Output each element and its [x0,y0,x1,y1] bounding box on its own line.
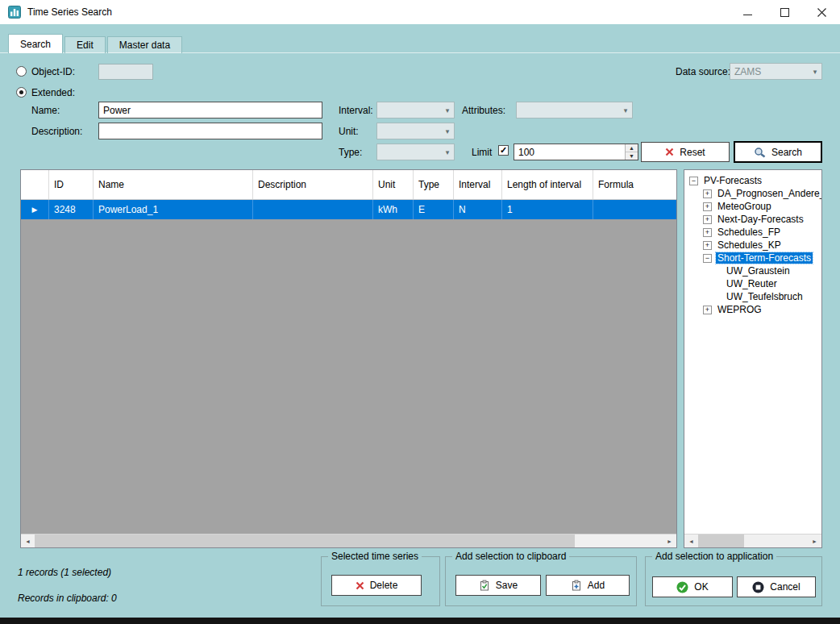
tab-master-data[interactable]: Master data [107,36,182,53]
table-horizontal-scrollbar[interactable]: ◄ ► [21,534,676,547]
expand-icon[interactable]: + [703,241,712,250]
name-input[interactable]: Power [98,102,322,119]
table-header: ID Name Description Unit Type Interval L… [21,170,676,200]
cell-interval: N [454,200,502,219]
expand-icon[interactable]: + [703,202,712,211]
search-button-label: Search [771,147,802,158]
spin-up-icon[interactable]: ▲ [626,144,638,152]
attributes-dropdown: ▾ [516,102,633,119]
delete-button[interactable]: Delete [331,575,422,596]
tree-horizontal-scrollbar[interactable]: ◄ ► [684,534,821,547]
table-row[interactable]: ▶ 3248 PowerLoad_1 kWh E N 1 [21,200,676,219]
cancel-button[interactable]: Cancel [737,576,816,597]
tree-item-uw-teufelsbruch[interactable]: UW_Teufelsbruch [684,290,821,303]
scroll-track[interactable] [35,535,663,547]
column-header-interval[interactable]: Interval [454,170,502,199]
column-header-formula[interactable]: Formula [593,170,676,199]
chevron-down-icon: ▾ [441,106,454,114]
name-label: Name: [31,105,60,116]
column-header-description[interactable]: Description [253,170,373,199]
limit-input[interactable]: 100 ▲ ▼ [514,144,638,160]
tree-item-uw-reuter[interactable]: UW_Reuter [684,277,821,290]
selected-time-series-group: Selected time series Delete [321,556,440,606]
add-button[interactable]: Add [546,575,630,596]
clipboard-check-icon [479,580,490,591]
column-header-name[interactable]: Name [94,170,253,199]
column-header-unit[interactable]: Unit [373,170,414,199]
tree-item-label: Next-Day-Forecasts [716,214,805,225]
red-x-icon [665,148,674,156]
description-label: Description: [31,126,82,137]
collapse-icon[interactable]: − [703,254,712,263]
green-check-circle-icon [676,581,688,593]
limit-value: 100 [514,144,625,160]
chevron-down-icon: ▾ [441,148,454,156]
tab-edit-label: Edit [77,40,94,51]
scroll-left-icon[interactable]: ◄ [684,535,698,547]
tree-item-next-day-forecasts[interactable]: + Next-Day-Forecasts [684,213,821,226]
clipboard-count-text: Records in clipboard: 0 [18,593,117,604]
column-header-length-of-interval[interactable]: Length of interval [502,170,593,199]
extended-label: Extended: [31,87,75,98]
tab-master-data-label: Master data [119,40,170,51]
cell-length-of-interval: 1 [502,200,593,219]
tree-item-uw-graustein[interactable]: UW_Graustein [684,264,821,277]
limit-checkbox[interactable]: ✓ [498,145,509,156]
interval-label: Interval: [339,105,373,116]
time-series-search-window: Time Series Search Search Edit Master da… [0,0,840,624]
extended-radio[interactable] [16,87,27,98]
tree-item-weprog[interactable]: + WEPROG [684,303,821,316]
save-button-label: Save [496,580,518,591]
reset-button[interactable]: Reset [641,142,730,162]
cell-id: 3248 [49,200,94,219]
spin-down-icon[interactable]: ▼ [626,152,638,160]
expand-icon[interactable]: + [703,306,712,314]
selected-time-series-group-title: Selected time series [328,551,422,562]
maximize-button[interactable] [766,0,803,24]
check-icon: ✓ [500,146,507,155]
expand-icon[interactable]: + [703,189,712,198]
tab-edit[interactable]: Edit [64,36,106,53]
column-header-selector[interactable] [21,170,49,199]
save-button[interactable]: Save [455,575,541,596]
tree-item-label: Schedules_KP [716,239,783,251]
attributes-label: Attributes: [462,105,505,116]
add-button-label: Add [588,580,605,591]
tree-item-schedules-fp[interactable]: + Schedules_FP [684,226,821,239]
expand-icon[interactable]: + [703,228,712,237]
tree-item-label: UW_Graustein [725,265,792,277]
unit-dropdown: ▾ [376,123,455,139]
limit-label: Limit [472,147,492,158]
expand-icon[interactable]: + [703,215,712,224]
app-icon [8,6,21,19]
tree-item-label: PV-Forecasts [702,175,763,186]
tree-item-da-prognosen[interactable]: + DA_Prognosen_Andere_ [684,187,821,200]
scroll-right-icon[interactable]: ► [808,535,821,547]
close-button[interactable] [803,0,840,24]
scroll-right-icon[interactable]: ► [663,535,676,547]
tab-search[interactable]: Search [8,34,63,53]
tree-item-meteogroup[interactable]: + MeteoGroup [684,200,821,213]
object-id-radio[interactable] [16,66,27,77]
clipboard-plus-icon [571,580,582,591]
chevron-down-icon: ▾ [809,68,821,76]
scroll-thumb[interactable] [35,535,575,547]
tree-item-pv-forecasts[interactable]: − PV-Forecasts [684,174,821,187]
scroll-track[interactable] [698,535,808,547]
tree-item-short-term-forecasts[interactable]: − Short-Term-Forecasts [684,252,821,264]
column-header-id[interactable]: ID [49,170,94,199]
records-count-text: 1 records (1 selected) [18,567,111,578]
collapse-icon[interactable]: − [689,177,698,185]
description-input[interactable] [98,123,322,139]
minimize-button[interactable] [729,0,766,24]
scroll-thumb[interactable] [698,535,744,547]
reset-button-label: Reset [680,147,705,158]
column-header-type[interactable]: Type [414,170,454,199]
scroll-left-icon[interactable]: ◄ [21,535,35,547]
tree-item-schedules-kp[interactable]: + Schedules_KP [684,239,821,252]
ok-button[interactable]: OK [652,576,733,597]
data-source-value: ZAMS [730,66,809,77]
tree-item-label-selected: Short-Term-Forecasts [716,252,813,264]
search-button[interactable]: Search [734,141,822,163]
tab-search-label: Search [20,39,51,50]
